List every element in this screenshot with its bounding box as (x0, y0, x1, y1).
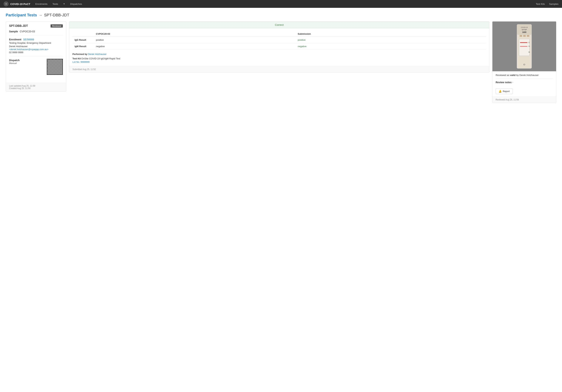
sample-field: Sample CVPOC20-03 (9, 30, 63, 35)
lot-no-value: 9999999 (81, 61, 90, 63)
test-kit-label: Test Kit (72, 57, 81, 60)
svg-text:G: G (528, 45, 530, 47)
reviewed-badge: Reviewed (50, 24, 63, 28)
tests-dropdown-icon[interactable]: ▼ (63, 3, 65, 5)
col-empty (72, 31, 94, 37)
nav-samples[interactable]: Samples (549, 3, 558, 5)
dispatch-info: Dispatch Manual (9, 59, 21, 65)
report-button[interactable]: 🔔 Report (496, 88, 513, 94)
brand-icon: ❋ (4, 1, 9, 6)
svg-text:M: M (528, 51, 530, 53)
col-submission: Submission (296, 31, 486, 37)
test-strip-svg: COVID-19 IgG/IgM 1680 C G M (514, 23, 535, 69)
left-card-footer: Last updated Aug 25, 11:59 Created Aug 2… (6, 83, 66, 91)
svg-rect-6 (523, 35, 526, 37)
middle-card-footer: Submitted Aug 25, 11:52 (69, 66, 489, 72)
reviewed-as-value: valid (510, 74, 515, 77)
igg-col1: positive (94, 37, 296, 43)
performed-by: Performed by Derek Holzhauser (72, 53, 486, 56)
card-header-row: SPT-DBB-JDT Reviewed (9, 24, 63, 28)
report-btn-label: Report (503, 90, 510, 93)
qr-image (47, 59, 62, 75)
svg-rect-9 (520, 42, 527, 43)
correct-header: Correct (69, 22, 489, 28)
table-row-igg: IgG Result positive positive (72, 37, 486, 43)
nav-tests[interactable]: Tests (52, 3, 58, 5)
lot-no-label: Lot No. (72, 61, 80, 63)
navbar-left: ❋ COVID-19 PoCT Enrolments Tests ▼ Dispa… (4, 1, 82, 6)
breadcrumb-arrow: → (39, 13, 42, 17)
breadcrumb-title: Participant Tests (6, 13, 37, 17)
igm-col1: negative (94, 43, 296, 50)
review-section: Reviewed as valid by Derek Holzhauser Re… (492, 71, 556, 97)
col-cvpoc: CVPOC20-03 (94, 31, 296, 37)
enrolment-email[interactable]: <derek.holzhauser@rcpaqap.com.au> (9, 48, 63, 51)
svg-rect-5 (520, 35, 522, 37)
left-card: SPT-DBB-JDT Reviewed Sample CVPOC20-03 E… (6, 21, 66, 91)
navbar-right: Test Kits Samples (536, 3, 558, 5)
breadcrumb-subtitle: SPT-DBB-JDT (44, 13, 70, 17)
nav-test-kits[interactable]: Test Kits (536, 3, 545, 5)
enrolment-person: Derek Holzhauser (9, 45, 63, 48)
enrolment-link[interactable]: SE/99999 (23, 38, 34, 41)
svg-rect-10 (520, 46, 527, 47)
test-kit-info: Test Kit OnSite COVID-19 IgG/IgM Rapid T… (72, 57, 486, 63)
test-image: COVID-19 IgG/IgM 1680 C G M (492, 22, 556, 71)
main-grid: SPT-DBB-JDT Reviewed Sample CVPOC20-03 E… (6, 21, 556, 103)
svg-text:C: C (528, 41, 530, 43)
svg-text:IgG/IgM: IgG/IgM (522, 29, 527, 30)
enrolment-location: Testing Hospital, Emergency Department (9, 42, 63, 44)
sample-label: Sample (9, 30, 18, 33)
results-table: CVPOC20-03 Submission IgG Result positiv… (72, 31, 486, 50)
svg-text:COVID-19: COVID-19 (521, 27, 528, 28)
table-row-igm: IgM Result negative negative (72, 43, 486, 50)
svg-rect-8 (519, 39, 529, 56)
brand-label: COVID-19 PoCT (10, 2, 30, 6)
card-id: SPT-DBB-JDT (9, 24, 28, 28)
qr-code (47, 59, 63, 75)
review-notes-text: Review notes (496, 81, 512, 84)
report-icon: 🔔 (499, 90, 502, 93)
middle-card: Correct CVPOC20-03 Submission IgG Result (69, 21, 489, 73)
table-header-row: CVPOC20-03 Submission (72, 31, 486, 37)
dispatch-field: Dispatch Manual (9, 59, 63, 77)
enrolment-phone: 02 9999 9999 (9, 51, 63, 54)
right-card: COVID-19 IgG/IgM 1680 C G M (492, 21, 556, 103)
test-kit-value: OnSite COVID-19 IgG/IgM Rapid Test (81, 57, 120, 60)
enrolment-label: Enrolment (9, 38, 21, 41)
igg-col2: positive (296, 37, 486, 43)
dispatch-label: Dispatch (9, 59, 20, 62)
sample-value: CVPOC20-03 (20, 30, 35, 33)
igg-label: IgG Result (72, 37, 94, 43)
reviewed-as-suffix: by Derek Holzhauser (516, 74, 539, 77)
right-card-footer: Reviewed Aug 25, 11:59 (492, 97, 556, 103)
brand: ❋ COVID-19 PoCT (4, 1, 30, 6)
performed-by-label: Performed by (72, 53, 87, 56)
reviewed-as-prefix: Reviewed as (496, 74, 510, 77)
igm-col2: negative (296, 43, 486, 50)
igm-label: IgM Result (72, 43, 94, 50)
navbar: ❋ COVID-19 PoCT Enrolments Tests ▼ Dispa… (0, 0, 562, 8)
svg-text:1680: 1680 (522, 31, 527, 33)
review-notes-dash: - (512, 81, 513, 84)
middle-card-body: CVPOC20-03 Submission IgG Result positiv… (69, 28, 489, 66)
svg-rect-7 (527, 35, 529, 37)
lot-no: Lot No. 9999999 (72, 61, 486, 63)
dispatch-value: Manual (9, 62, 17, 65)
enrolment-field: Enrolment SE/99999 Testing Hospital, Eme… (9, 38, 63, 56)
review-notes-label: Review notes - (496, 81, 553, 84)
nav-dispatches[interactable]: Dispatches (70, 3, 82, 5)
reviewed-as: Reviewed as valid by Derek Holzhauser (496, 74, 553, 77)
nav-enrolments[interactable]: Enrolments (35, 3, 47, 5)
divider (496, 78, 553, 79)
created-at: Created Aug 25, 11:50 (9, 87, 63, 90)
breadcrumb: Participant Tests → SPT-DBB-JDT (6, 13, 556, 17)
performed-by-value[interactable]: Derek Holzhauser (88, 53, 106, 56)
page: Participant Tests → SPT-DBB-JDT SPT-DBB-… (0, 8, 562, 108)
dispatch-row: Dispatch Manual (9, 59, 63, 75)
left-card-body: SPT-DBB-JDT Reviewed Sample CVPOC20-03 E… (6, 22, 66, 83)
last-updated: Last updated Aug 25, 11:59 (9, 85, 63, 87)
svg-text:ID: ID (523, 64, 525, 66)
